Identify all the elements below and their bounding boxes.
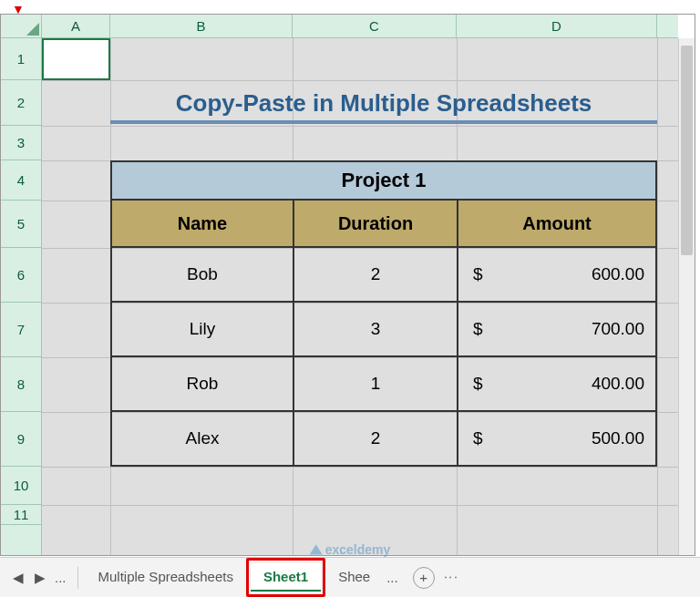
currency-symbol: $ [473,264,483,284]
watermark-icon [310,544,323,557]
col-header-amount: Amount [457,201,657,248]
sheet-tab-sheet1[interactable]: Sheet1 [251,563,321,592]
annotation-arrow: ▼ [12,2,25,16]
tab-separator [77,567,78,589]
project-table: Project 1 Name Duration Amount Bob 2 $60… [110,160,657,467]
cell-name[interactable]: Lily [110,303,293,357]
col-header-duration: Duration [293,201,457,248]
cell-amount[interactable]: $600.00 [457,248,657,303]
page-title: Copy-Paste in Multiple Spreadsheets [110,82,657,124]
cell-amount[interactable]: $700.00 [457,303,657,357]
amount-value: 600.00 [592,264,644,284]
row-header-5[interactable]: 5 [1,201,41,248]
gridline [657,38,658,555]
annotation-highlight: Sheet1 [246,558,325,597]
col-header-name: Name [110,201,293,248]
table-row: Alex 2 $500.00 [110,412,657,467]
active-cell-A1[interactable] [42,38,110,80]
watermark: exceldemy [310,542,391,557]
svg-marker-0 [26,23,39,36]
currency-symbol: $ [473,374,483,394]
row-header-6[interactable]: 6 [1,248,41,303]
amount-value: 700.00 [592,319,644,339]
table-row: Bob 2 $600.00 [110,248,657,303]
sheet-tab-truncated[interactable]: Shee [325,563,383,592]
currency-symbol: $ [473,428,483,448]
cell-name[interactable]: Bob [110,248,293,303]
row-header-7[interactable]: 7 [1,303,41,357]
amount-value: 400.00 [592,374,644,394]
gridline [42,126,678,127]
cell-name[interactable]: Rob [110,357,293,412]
vertical-scrollbar[interactable] [678,38,695,555]
row-header-2[interactable]: 2 [1,80,41,126]
table-row: Rob 1 $400.00 [110,357,657,412]
row-header-10[interactable]: 10 [1,467,41,505]
add-sheet-button[interactable]: + [413,567,435,589]
cell-grid[interactable]: Copy-Paste in Multiple Spreadsheets Proj… [42,38,678,555]
row-header-3[interactable]: 3 [1,126,41,160]
column-header-A[interactable]: A [42,15,110,37]
scrollbar-thumb[interactable] [681,46,693,255]
row-header-1[interactable]: 1 [1,38,41,80]
tab-overflow-left[interactable]: ... [51,570,70,585]
table-row: Lily 3 $700.00 [110,303,657,357]
cell-duration[interactable]: 3 [293,303,457,357]
row-headers: 1 2 3 4 5 6 7 8 9 10 11 [1,38,42,555]
column-header-B[interactable]: B [110,15,293,37]
table-header-row: Name Duration Amount [110,201,657,248]
row-header-8[interactable]: 8 [1,357,41,412]
cell-name[interactable]: Alex [110,412,293,467]
cell-duration[interactable]: 1 [293,357,457,412]
gridline [42,505,678,506]
column-header-C[interactable]: C [293,15,457,37]
tab-overflow-right[interactable]: ... [383,570,402,585]
cell-duration[interactable]: 2 [293,248,457,303]
cell-amount[interactable]: $500.00 [457,412,657,467]
spreadsheet-viewport: A B C D 1 2 3 4 5 6 7 8 9 10 11 Copy-Pas… [0,14,695,556]
sheet-tab-bar: ◀ ▶ ... Multiple Spreadsheets Sheet1 She… [0,557,700,597]
gridline [42,467,678,468]
select-all-corner[interactable] [1,15,42,38]
tab-next-button[interactable]: ▶ [29,567,51,589]
row-header-4[interactable]: 4 [1,160,41,201]
row-header-9[interactable]: 9 [1,412,41,467]
cell-duration[interactable]: 2 [293,412,457,467]
row-header-11[interactable]: 11 [1,505,41,525]
table-title: Project 1 [110,160,657,201]
currency-symbol: $ [473,319,483,339]
tab-prev-button[interactable]: ◀ [7,567,29,589]
tab-options-button[interactable]: ⋮ [443,571,459,585]
column-headers: A B C D [42,15,678,38]
sheet-tab-multiple-spreadsheets[interactable]: Multiple Spreadsheets [86,563,246,592]
cell-amount[interactable]: $400.00 [457,357,657,412]
column-header-D[interactable]: D [457,15,657,37]
plus-icon: + [419,570,427,585]
gridline [42,80,678,81]
amount-value: 500.00 [592,428,644,448]
